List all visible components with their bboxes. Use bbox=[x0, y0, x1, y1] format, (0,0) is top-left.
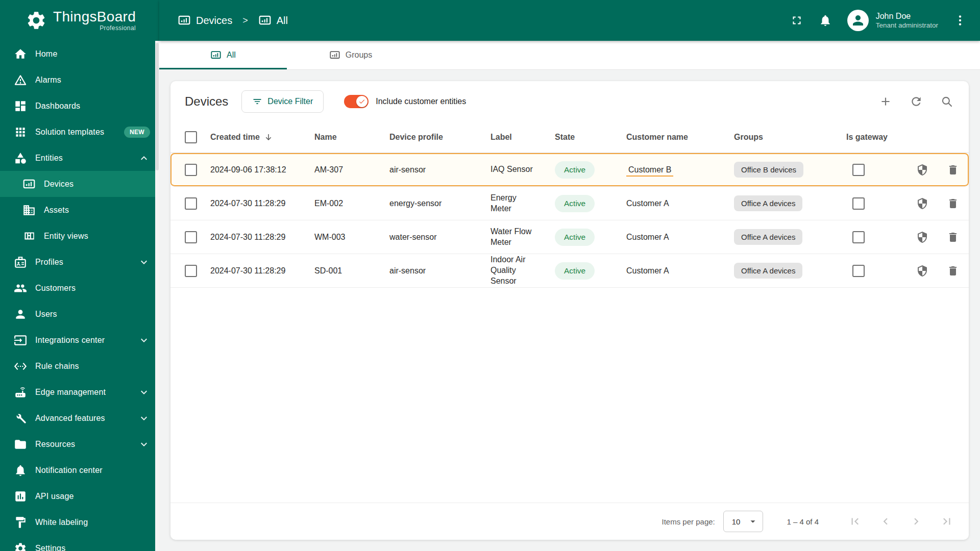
add-device-button[interactable] bbox=[879, 95, 892, 108]
page-title: Devices bbox=[185, 94, 228, 109]
group-chip[interactable]: Office A devices bbox=[734, 263, 802, 279]
is-gateway-checkbox[interactable] bbox=[852, 231, 865, 243]
delete-button[interactable] bbox=[947, 231, 959, 243]
security-button[interactable] bbox=[916, 231, 928, 243]
sidebar-item-advanced-features[interactable]: Advanced features bbox=[0, 405, 159, 431]
brand-name: ThingsBoard bbox=[53, 9, 136, 24]
delete-button[interactable] bbox=[947, 197, 959, 210]
sidebar-item-users[interactable]: Users bbox=[0, 301, 159, 327]
group-chip[interactable]: Office A devices bbox=[734, 229, 802, 245]
column-is-gateway[interactable]: Is gateway bbox=[846, 133, 915, 142]
top-bar-actions: John Doe Tenant administrator bbox=[790, 10, 967, 31]
refresh-button[interactable] bbox=[910, 95, 923, 108]
tab-all[interactable]: All bbox=[159, 41, 287, 69]
table-row[interactable]: 2024-09-06 17:38:12 AM-307 air-sensor IA… bbox=[170, 153, 969, 187]
more-menu-button[interactable] bbox=[953, 14, 967, 27]
table-row[interactable]: 2024-07-30 11:28:29 EM-002 energy-sensor… bbox=[170, 187, 969, 220]
include-customer-entities-toggle[interactable] bbox=[344, 95, 369, 108]
delete-button[interactable] bbox=[947, 265, 959, 277]
items-per-page-select[interactable]: 10 bbox=[723, 511, 764, 532]
fullscreen-button[interactable] bbox=[790, 14, 803, 27]
sidebar-item-solution-templates[interactable]: Solution templatesNEW bbox=[0, 119, 159, 145]
column-label[interactable]: Label bbox=[491, 132, 555, 143]
table-row[interactable]: 2024-07-30 11:28:29 WM-003 water-sensor … bbox=[170, 220, 969, 254]
toggle-knob bbox=[356, 96, 368, 107]
previous-page-button[interactable] bbox=[879, 515, 892, 528]
search-button[interactable] bbox=[940, 95, 953, 108]
devices-group-icon bbox=[258, 14, 272, 27]
select-all-checkbox[interactable] bbox=[185, 131, 197, 143]
sidebar-item-resources[interactable]: Resources bbox=[0, 431, 159, 457]
sidebar-item-profiles[interactable]: Profiles bbox=[0, 249, 159, 275]
table-row[interactable]: 2024-07-30 11:28:29 SD-001 air-sensor In… bbox=[170, 254, 969, 288]
next-page-button[interactable] bbox=[910, 515, 923, 528]
row-checkbox[interactable] bbox=[185, 197, 197, 210]
chevron-left-icon bbox=[879, 515, 892, 528]
devices-group-icon bbox=[329, 49, 340, 61]
column-state[interactable]: State bbox=[555, 133, 626, 142]
sidebar-item-edge-management[interactable]: Edge management bbox=[0, 379, 159, 405]
sidebar-item-alarms[interactable]: Alarms bbox=[0, 67, 159, 93]
row-checkbox[interactable] bbox=[185, 265, 197, 277]
brand-logo[interactable]: ThingsBoard Professional bbox=[0, 0, 159, 41]
sidebar-item-entities[interactable]: Entities bbox=[0, 145, 159, 171]
security-button[interactable] bbox=[916, 265, 928, 277]
sidebar-scrollbar-thumb[interactable] bbox=[156, 43, 159, 170]
resources-folder-icon bbox=[14, 438, 27, 451]
sidebar-item-integrations-center[interactable]: Integrations center bbox=[0, 327, 159, 353]
column-device-profile[interactable]: Device profile bbox=[389, 133, 491, 142]
group-chip[interactable]: Office A devices bbox=[734, 195, 802, 211]
row-checkbox[interactable] bbox=[185, 164, 197, 176]
cell-customer-name: Customer A bbox=[626, 266, 734, 276]
dashboards-icon bbox=[14, 99, 27, 113]
shield-icon bbox=[916, 197, 928, 210]
sidebar-item-api-usage[interactable]: API usage bbox=[0, 483, 159, 509]
sidebar-item-customers[interactable]: Customers bbox=[0, 275, 159, 301]
sidebar-item-settings[interactable]: Settings bbox=[0, 535, 159, 551]
users-icon bbox=[14, 308, 27, 321]
column-groups[interactable]: Groups bbox=[734, 133, 846, 142]
first-page-icon bbox=[848, 515, 862, 528]
row-checkbox[interactable] bbox=[185, 231, 197, 243]
cell-name: AM-307 bbox=[314, 165, 389, 174]
breadcrumb-all[interactable]: All bbox=[258, 14, 288, 27]
integrations-icon bbox=[14, 334, 27, 347]
profiles-icon bbox=[14, 256, 27, 269]
user-avatar[interactable] bbox=[847, 10, 869, 31]
api-usage-chart-icon bbox=[14, 490, 27, 503]
sidebar-item-assets[interactable]: Assets bbox=[0, 197, 159, 223]
last-page-button[interactable] bbox=[940, 515, 953, 528]
column-name[interactable]: Name bbox=[314, 133, 389, 142]
security-button[interactable] bbox=[916, 197, 928, 210]
new-badge: NEW bbox=[124, 127, 150, 138]
sidebar-item-notification-center[interactable]: Notification center bbox=[0, 457, 159, 483]
security-button[interactable] bbox=[916, 164, 928, 176]
sidebar-item-dashboards[interactable]: Dashboards bbox=[0, 93, 159, 119]
notifications-button[interactable] bbox=[819, 14, 832, 27]
is-gateway-checkbox[interactable] bbox=[852, 197, 865, 210]
pager-controls bbox=[848, 515, 953, 528]
sidebar-item-rule-chains[interactable]: Rule chains bbox=[0, 353, 159, 379]
is-gateway-checkbox[interactable] bbox=[852, 164, 865, 176]
device-filter-button[interactable]: Device Filter bbox=[241, 90, 324, 113]
notification-bell-icon bbox=[14, 464, 27, 477]
column-created-time[interactable]: Created time bbox=[210, 133, 314, 142]
sidebar-item-entity-views[interactable]: Entity views bbox=[0, 223, 159, 249]
first-page-button[interactable] bbox=[848, 515, 862, 528]
search-icon bbox=[940, 95, 953, 108]
breadcrumb-devices[interactable]: Devices bbox=[178, 14, 232, 27]
delete-button[interactable] bbox=[947, 164, 959, 176]
is-gateway-checkbox[interactable] bbox=[852, 265, 865, 277]
tab-groups[interactable]: Groups bbox=[287, 41, 414, 69]
group-chip[interactable]: Office B devices bbox=[734, 162, 803, 178]
sidebar-item-white-labeling[interactable]: White labeling bbox=[0, 509, 159, 535]
column-customer-name[interactable]: Customer name bbox=[626, 133, 734, 142]
user-info[interactable]: John Doe Tenant administrator bbox=[876, 11, 938, 30]
sidebar-item-home[interactable]: Home bbox=[0, 41, 159, 67]
refresh-icon bbox=[910, 95, 923, 108]
sidebar-scrollbar[interactable] bbox=[155, 41, 159, 551]
sidebar-item-devices[interactable]: Devices bbox=[0, 171, 159, 197]
sort-desc-arrow-icon[interactable] bbox=[264, 133, 273, 142]
state-badge: Active bbox=[555, 195, 595, 212]
home-icon bbox=[14, 47, 27, 61]
